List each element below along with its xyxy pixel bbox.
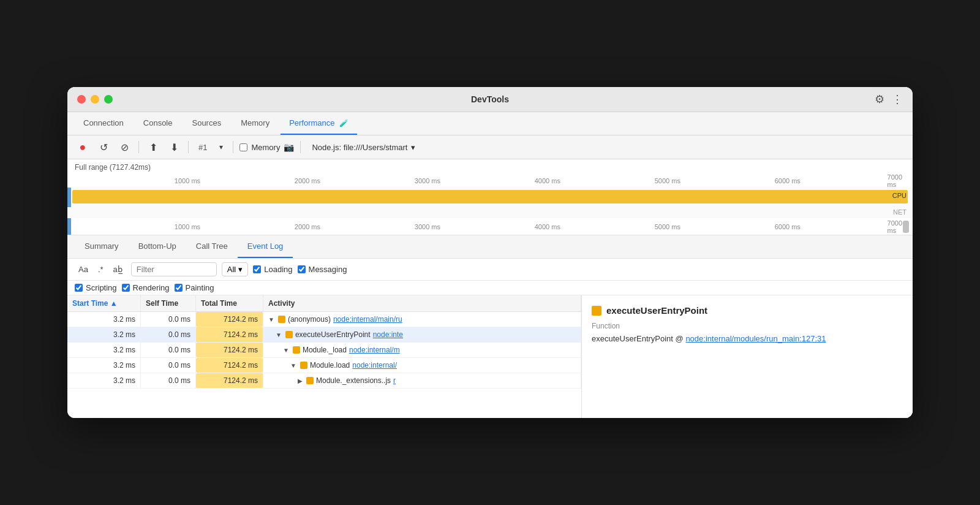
nav-bar: Connection Console Sources Memory Perfor… bbox=[67, 112, 913, 135]
detail-title: executeUserEntryPoint bbox=[592, 305, 903, 316]
tab-sources[interactable]: Sources bbox=[183, 112, 230, 135]
td-activity-1: ▼ executeUserEntryPoint node:inte bbox=[263, 327, 581, 342]
full-range-label: Full range (7127.42ms) bbox=[67, 159, 913, 174]
marker-b-1000: 1000 ms bbox=[175, 223, 200, 230]
marker-6000: 6000 ms bbox=[775, 177, 801, 184]
memory-checkbox-input[interactable] bbox=[239, 143, 247, 151]
expand-arrow-1[interactable]: ▼ bbox=[276, 332, 282, 338]
messaging-checkbox[interactable]: Messaging bbox=[298, 265, 347, 274]
td-activity-2: ▼ Module._load node:internal/m bbox=[263, 343, 581, 357]
td-activity-0: ▼ (anonymous) node:internal/main/ru bbox=[263, 312, 581, 327]
activity-link-4[interactable]: r bbox=[393, 376, 396, 385]
table-row[interactable]: 3.2 ms 0.0 ms 7124.2 ms ▼ (anonymous) no… bbox=[67, 312, 581, 327]
activity-icon-0 bbox=[278, 316, 285, 323]
tab-bottom-up[interactable]: Bottom-Up bbox=[129, 235, 186, 258]
settings-icon[interactable]: ⚙ bbox=[875, 93, 884, 106]
record-button[interactable]: ● bbox=[75, 139, 91, 155]
table-row[interactable]: 3.2 ms 0.0 ms 7124.2 ms ▼ executeUserEnt… bbox=[67, 327, 581, 343]
filter-category-dropdown[interactable]: All ▾ bbox=[222, 262, 248, 276]
detail-link[interactable]: node:internal/modules/run_main:127:31 bbox=[685, 334, 826, 343]
td-start-time-0: 3.2 ms bbox=[67, 312, 141, 327]
painting-checkbox-input[interactable] bbox=[175, 284, 183, 292]
td-self-time-4: 0.0 ms bbox=[141, 373, 196, 388]
th-total-time[interactable]: Total Time bbox=[196, 295, 263, 311]
th-activity[interactable]: Activity bbox=[263, 295, 581, 311]
memory-checkbox[interactable]: Memory 📷 bbox=[239, 142, 294, 152]
td-total-time-4: 7124.2 ms bbox=[196, 373, 263, 388]
marker-b-6000: 6000 ms bbox=[775, 223, 801, 230]
table-row[interactable]: 3.2 ms 0.0 ms 7124.2 ms ▶ Module._extens… bbox=[67, 373, 581, 389]
clear-button[interactable]: ⊘ bbox=[116, 139, 132, 155]
rendering-checkbox[interactable]: Rendering bbox=[122, 283, 170, 292]
time-ruler-bottom: 1000 ms 2000 ms 3000 ms 4000 ms 5000 ms … bbox=[67, 218, 913, 235]
th-start-time[interactable]: Start Time ▲ bbox=[67, 295, 141, 311]
upload-button[interactable]: ⬆ bbox=[145, 139, 161, 155]
scripting-checkbox[interactable]: Scripting bbox=[75, 283, 117, 292]
marker-b-7000: 7000 ms bbox=[888, 219, 905, 234]
expand-arrow-4[interactable]: ▶ bbox=[298, 378, 303, 384]
td-self-time-3: 0.0 ms bbox=[141, 358, 196, 373]
tab-event-log[interactable]: Event Log bbox=[238, 235, 293, 258]
toolbar-divider-4 bbox=[300, 141, 301, 153]
minimize-button[interactable] bbox=[91, 95, 99, 104]
activity-link-3[interactable]: node:internal/ bbox=[352, 361, 397, 370]
activity-link-0[interactable]: node:internal/main/ru bbox=[333, 315, 402, 324]
time-ruler-top: 1000 ms 2000 ms 3000 ms 4000 ms 5000 ms … bbox=[67, 174, 913, 188]
tab-performance[interactable]: Performance 🧪 bbox=[281, 112, 357, 135]
tab-memory[interactable]: Memory bbox=[232, 112, 278, 135]
td-start-time-3: 3.2 ms bbox=[67, 358, 141, 373]
activity-link-2[interactable]: node:internal/m bbox=[349, 346, 400, 354]
timeline-area: Full range (7127.42ms) 1000 ms 2000 ms 3… bbox=[67, 159, 913, 235]
target-selector[interactable]: Node.js: file:///Users/stmart ▾ bbox=[312, 143, 415, 152]
activity-name-3: Module.load bbox=[310, 361, 350, 370]
left-selection-handle[interactable] bbox=[67, 188, 71, 207]
traffic-lights bbox=[77, 95, 113, 104]
marker-4000: 4000 ms bbox=[535, 177, 560, 184]
maximize-button[interactable] bbox=[104, 95, 113, 104]
memory-screenshot-icon: 📷 bbox=[284, 142, 294, 152]
loading-checkbox-input[interactable] bbox=[253, 265, 261, 273]
painting-checkbox[interactable]: Painting bbox=[175, 283, 214, 292]
close-button[interactable] bbox=[77, 95, 86, 104]
table-row[interactable]: 3.2 ms 0.0 ms 7124.2 ms ▼ Module._load n… bbox=[67, 343, 581, 358]
more-options-icon[interactable]: ⋮ bbox=[892, 93, 903, 106]
download-button[interactable]: ⬇ bbox=[166, 139, 182, 155]
net-label: NET bbox=[893, 208, 907, 216]
scrollbar-thumb[interactable] bbox=[903, 221, 909, 233]
window-title: DevTools bbox=[471, 94, 509, 104]
filter-case-btn[interactable]: Aa bbox=[75, 264, 92, 275]
reload-button[interactable]: ↺ bbox=[96, 139, 111, 155]
filter-bar: Aa .* ab̲ All ▾ Loading Messaging bbox=[67, 259, 913, 281]
session-dropdown-btn[interactable]: ▾ bbox=[216, 139, 227, 155]
filter-input[interactable] bbox=[131, 262, 217, 276]
tab-call-tree[interactable]: Call Tree bbox=[186, 235, 238, 258]
th-self-time[interactable]: Self Time bbox=[141, 295, 196, 311]
title-bar-actions: ⚙ ⋮ bbox=[875, 93, 903, 106]
activity-icon-4 bbox=[306, 377, 314, 384]
marker-b-2000: 2000 ms bbox=[295, 223, 320, 230]
scripting-checkbox-input[interactable] bbox=[75, 284, 83, 292]
toolbar-divider bbox=[138, 141, 139, 153]
tab-connection[interactable]: Connection bbox=[75, 112, 132, 135]
activity-name-2: Module._load bbox=[303, 346, 347, 354]
memory-checkbox-label: Memory bbox=[251, 143, 280, 152]
expand-arrow-2[interactable]: ▼ bbox=[283, 347, 289, 354]
td-total-time-3: 7124.2 ms bbox=[196, 358, 263, 373]
filter-whole-word-btn[interactable]: ab̲ bbox=[110, 264, 126, 275]
tab-console[interactable]: Console bbox=[135, 112, 181, 135]
session-label: #1 bbox=[195, 142, 211, 153]
toolbar: ● ↺ ⊘ ⬆ ⬇ #1 ▾ Memory 📷 Node.js: file://… bbox=[67, 135, 913, 159]
td-start-time-4: 3.2 ms bbox=[67, 373, 141, 388]
expand-arrow-3[interactable]: ▼ bbox=[290, 362, 296, 369]
filter-regex-btn[interactable]: .* bbox=[94, 264, 107, 275]
rendering-checkbox-input[interactable] bbox=[122, 284, 130, 292]
table-row[interactable]: 3.2 ms 0.0 ms 7124.2 ms ▼ Module.load no… bbox=[67, 358, 581, 373]
left-handle-bottom[interactable] bbox=[67, 218, 71, 235]
expand-arrow-0[interactable]: ▼ bbox=[268, 316, 274, 323]
event-log-container: Start Time ▲ Self Time Total Time Activi… bbox=[67, 295, 913, 418]
activity-link-1[interactable]: node:inte bbox=[373, 330, 403, 339]
loading-checkbox[interactable]: Loading bbox=[253, 265, 292, 274]
activity-name-4: Module._extensions..js bbox=[316, 376, 391, 385]
messaging-checkbox-input[interactable] bbox=[298, 265, 306, 273]
tab-summary[interactable]: Summary bbox=[75, 235, 129, 258]
